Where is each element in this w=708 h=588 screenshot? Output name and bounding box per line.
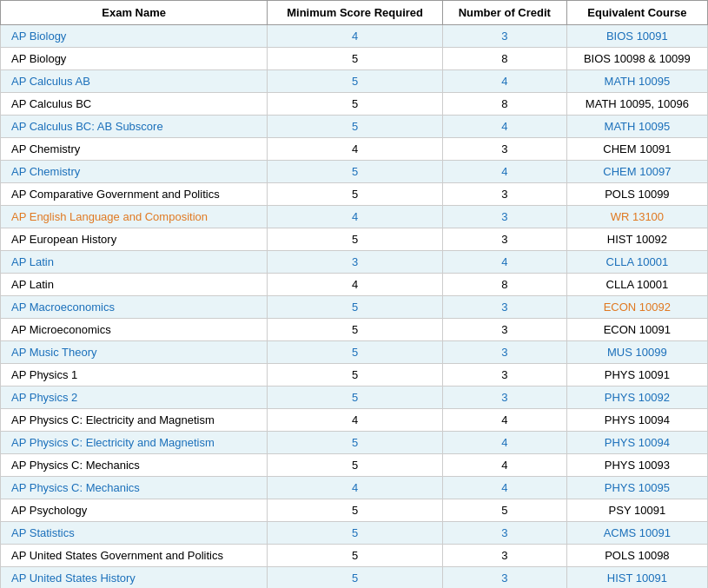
table-row: AP English Language and Composition43WR …: [1, 206, 708, 228]
min-score-cell: 5: [268, 70, 443, 93]
table-row: AP Latin34CLLA 10001: [1, 251, 708, 274]
min-score-cell: 5: [268, 567, 443, 589]
exam-name-cell: AP Calculus BC: [1, 93, 268, 116]
credits-cell: 5: [442, 499, 566, 522]
credits-cell: 3: [442, 341, 566, 364]
credits-cell: 3: [442, 319, 566, 341]
exam-name-cell: AP European History: [1, 228, 268, 251]
min-score-cell: 5: [268, 48, 443, 70]
table-row: AP Calculus AB54MATH 10095: [1, 70, 708, 93]
min-score-cell: 4: [268, 477, 443, 499]
equivalent-course-cell: PSY 10091: [566, 499, 707, 522]
exam-name-cell: AP Physics C: Electricity and Magnetism: [1, 409, 268, 432]
min-score-cell: 5: [268, 341, 443, 364]
column-header: Equivalent Course: [566, 1, 707, 25]
exam-name-cell: AP Physics 2: [1, 386, 268, 409]
table-row: AP Physics 153PHYS 10091: [1, 364, 708, 386]
equivalent-course-cell: MATH 10095, 10096: [566, 93, 707, 116]
credits-cell: 4: [442, 409, 566, 432]
table-row: AP Chemistry43CHEM 10091: [1, 138, 708, 161]
equivalent-course-cell: PHYS 10092: [566, 386, 707, 409]
credits-cell: 3: [442, 545, 566, 567]
column-header: Number of Credit: [442, 1, 566, 25]
table-row: AP Biology58BIOS 10098 & 10099: [1, 48, 708, 70]
table-row: AP Music Theory53MUS 10099: [1, 341, 708, 364]
exam-name-cell: AP United States History: [1, 567, 268, 589]
min-score-cell: 4: [268, 138, 443, 161]
min-score-cell: 5: [268, 432, 443, 454]
exam-name-cell: AP Calculus AB: [1, 70, 268, 93]
credits-cell: 3: [442, 228, 566, 251]
min-score-cell: 5: [268, 454, 443, 477]
min-score-cell: 5: [268, 499, 443, 522]
min-score-cell: 3: [268, 251, 443, 274]
credits-cell: 4: [442, 477, 566, 499]
exam-name-cell: AP United States Government and Politics: [1, 545, 268, 567]
equivalent-course-cell: ACMS 10091: [566, 522, 707, 545]
equivalent-course-cell: PHYS 10094: [566, 409, 707, 432]
table-row: AP United States Government and Politics…: [1, 545, 708, 567]
table-row: AP Physics 253PHYS 10092: [1, 386, 708, 409]
credits-cell: 4: [442, 251, 566, 274]
exam-name-cell: AP Music Theory: [1, 341, 268, 364]
column-header: Exam Name: [1, 1, 268, 25]
exam-name-cell: AP Physics C: Mechanics: [1, 477, 268, 499]
min-score-cell: 5: [268, 296, 443, 319]
ap-credits-table: Exam NameMinimum Score RequiredNumber of…: [0, 0, 708, 588]
equivalent-course-cell: HIST 10092: [566, 228, 707, 251]
equivalent-course-cell: PHYS 10095: [566, 477, 707, 499]
equivalent-course-cell: WR 13100: [566, 206, 707, 228]
credits-cell: 3: [442, 296, 566, 319]
credits-cell: 3: [442, 522, 566, 545]
credits-cell: 3: [442, 138, 566, 161]
exam-name-cell: AP Statistics: [1, 522, 268, 545]
equivalent-course-cell: HIST 10091: [566, 567, 707, 589]
credits-cell: 3: [442, 364, 566, 386]
table-row: AP Comparative Government and Politics53…: [1, 183, 708, 206]
exam-name-cell: AP Biology: [1, 48, 268, 70]
table-row: AP Calculus BC: AB Subscore54MATH 10095: [1, 116, 708, 138]
exam-name-cell: AP Latin: [1, 251, 268, 274]
credits-cell: 3: [442, 183, 566, 206]
table-row: AP Physics C: Mechanics44PHYS 10095: [1, 477, 708, 499]
credits-cell: 3: [442, 567, 566, 589]
credits-cell: 4: [442, 161, 566, 183]
min-score-cell: 5: [268, 228, 443, 251]
exam-name-cell: AP Biology: [1, 25, 268, 48]
table-row: AP Calculus BC58MATH 10095, 10096: [1, 93, 708, 116]
equivalent-course-cell: PHYS 10093: [566, 454, 707, 477]
min-score-cell: 4: [268, 409, 443, 432]
exam-name-cell: AP Physics 1: [1, 364, 268, 386]
equivalent-course-cell: CLLA 10001: [566, 251, 707, 274]
min-score-cell: 5: [268, 161, 443, 183]
exam-name-cell: AP Macroeconomics: [1, 296, 268, 319]
min-score-cell: 4: [268, 25, 443, 48]
min-score-cell: 5: [268, 93, 443, 116]
min-score-cell: 4: [268, 274, 443, 296]
credits-cell: 4: [442, 70, 566, 93]
column-header: Minimum Score Required: [268, 1, 443, 25]
exam-name-cell: AP Psychology: [1, 499, 268, 522]
equivalent-course-cell: MATH 10095: [566, 116, 707, 138]
credits-cell: 4: [442, 454, 566, 477]
table-row: AP Biology43BIOS 10091: [1, 25, 708, 48]
min-score-cell: 5: [268, 386, 443, 409]
credits-cell: 8: [442, 48, 566, 70]
table-row: AP Physics C: Electricity and Magnetism5…: [1, 432, 708, 454]
exam-name-cell: AP English Language and Composition: [1, 206, 268, 228]
credits-cell: 8: [442, 93, 566, 116]
table-row: AP Psychology55PSY 10091: [1, 499, 708, 522]
equivalent-course-cell: POLS 10099: [566, 183, 707, 206]
equivalent-course-cell: CHEM 10097: [566, 161, 707, 183]
credits-cell: 3: [442, 206, 566, 228]
table-row: AP European History53HIST 10092: [1, 228, 708, 251]
exam-name-cell: AP Chemistry: [1, 138, 268, 161]
min-score-cell: 5: [268, 319, 443, 341]
table-row: AP Microeconomics53ECON 10091: [1, 319, 708, 341]
exam-name-cell: AP Latin: [1, 274, 268, 296]
min-score-cell: 4: [268, 206, 443, 228]
equivalent-course-cell: CHEM 10091: [566, 138, 707, 161]
equivalent-course-cell: PHYS 10091: [566, 364, 707, 386]
exam-name-cell: AP Physics C: Mechanics: [1, 454, 268, 477]
exam-name-cell: AP Calculus BC: AB Subscore: [1, 116, 268, 138]
